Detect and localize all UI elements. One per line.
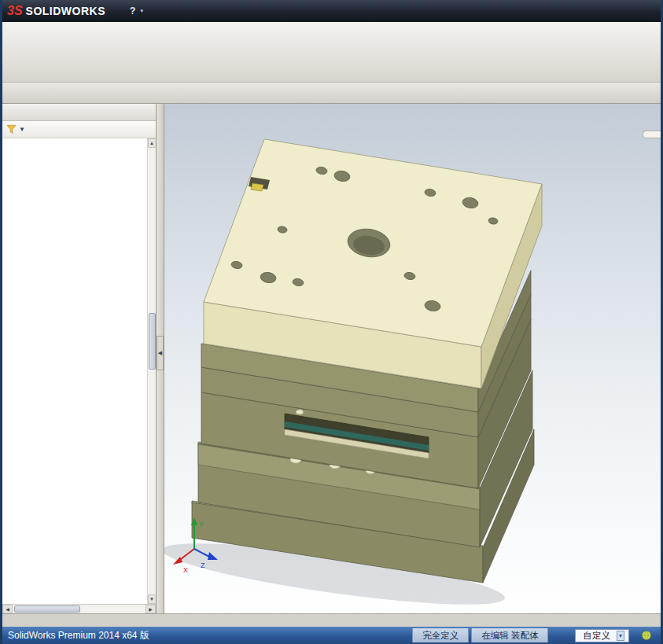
model-3d[interactable] (164, 104, 644, 611)
collapse-panel-arrow[interactable]: ◀ (157, 336, 164, 370)
solidworks-window: 3S SOLIDWORKS ? ▾ ▼ ▲ (0, 0, 663, 644)
status-fully-defined: 完全定义 (412, 628, 469, 642)
feature-tree-wrap: ▲ ▼ (2, 138, 156, 604)
featuremanager-tab-bar (2, 104, 156, 121)
scroll-thumb[interactable] (14, 605, 80, 613)
scroll-left-arrow[interactable]: ◀ (2, 605, 13, 613)
help-button[interactable]: ? (130, 6, 135, 17)
ribbon-toolbar (2, 22, 661, 83)
feature-tree (2, 138, 147, 604)
document-tabs-bar (2, 613, 661, 627)
panel-splitter[interactable]: ◀ (157, 104, 164, 613)
tree-horizontal-scrollbar[interactable]: ◀ ▶ (2, 604, 156, 613)
tree-filter-row: ▼ (2, 121, 156, 138)
chevron-down-icon[interactable]: ▾ (617, 631, 624, 641)
triad-z-label: Z (201, 561, 205, 569)
main-area: ▼ ▲ ▼ ◀ ▶ ◀ (2, 104, 661, 613)
scroll-thumb[interactable] (149, 313, 156, 370)
status-editing-assembly: 在编辑 装配体 (471, 628, 548, 642)
chevron-down-icon[interactable]: ▼ (19, 126, 25, 133)
scroll-up-arrow[interactable]: ▲ (148, 138, 157, 148)
commandmanager-band (2, 83, 661, 104)
status-text: SolidWorks Premium 2014 x64 版 (8, 629, 149, 642)
task-pane-tabs (643, 131, 661, 138)
app-title: SOLIDWORKS (26, 5, 105, 17)
custom-toolbar-dropdown[interactable]: 自定义 ▾ (575, 629, 629, 642)
tree-vertical-scrollbar[interactable]: ▲ ▼ (147, 138, 156, 604)
title-bar: 3S SOLIDWORKS ? ▾ (2, 0, 661, 22)
triad-x-label: X (183, 566, 188, 574)
scroll-right-arrow[interactable]: ▶ (145, 605, 156, 613)
featuremanager-panel: ▼ ▲ ▼ ◀ ▶ (2, 104, 157, 613)
dassault-logo-icon: 3S (7, 4, 23, 18)
status-bar: SolidWorks Premium 2014 x64 版 完全定义 在编辑 装… (2, 627, 661, 644)
scroll-down-arrow[interactable]: ▼ (148, 594, 157, 604)
filter-funnel-icon[interactable] (6, 123, 17, 135)
graphics-viewport[interactable]: Y X Z (164, 104, 661, 613)
custom-toolbar-label: 自定义 (583, 630, 610, 642)
chevron-down-icon[interactable]: ▾ (140, 8, 143, 14)
triad-y-label: Y (199, 521, 204, 528)
orientation-triad: Y X Z (171, 516, 221, 576)
solidworks-logo: 3S SOLIDWORKS (7, 4, 105, 18)
globe-icon[interactable] (640, 629, 653, 642)
